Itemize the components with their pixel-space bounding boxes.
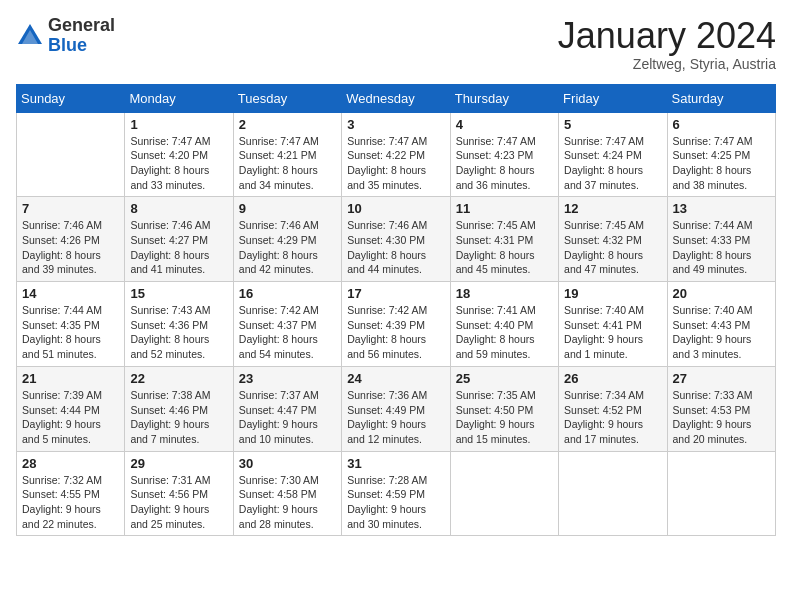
day-info: Sunrise: 7:39 AM Sunset: 4:44 PM Dayligh… xyxy=(22,388,119,447)
day-number: 1 xyxy=(130,117,227,132)
day-info: Sunrise: 7:45 AM Sunset: 4:31 PM Dayligh… xyxy=(456,218,553,277)
day-info: Sunrise: 7:47 AM Sunset: 4:23 PM Dayligh… xyxy=(456,134,553,193)
day-info: Sunrise: 7:47 AM Sunset: 4:24 PM Dayligh… xyxy=(564,134,661,193)
day-number: 25 xyxy=(456,371,553,386)
calendar-cell: 13Sunrise: 7:44 AM Sunset: 4:33 PM Dayli… xyxy=(667,197,775,282)
day-number: 26 xyxy=(564,371,661,386)
day-info: Sunrise: 7:36 AM Sunset: 4:49 PM Dayligh… xyxy=(347,388,444,447)
logo-text: General Blue xyxy=(48,16,115,56)
day-number: 20 xyxy=(673,286,770,301)
calendar-week-row: 21Sunrise: 7:39 AM Sunset: 4:44 PM Dayli… xyxy=(17,366,776,451)
day-info: Sunrise: 7:44 AM Sunset: 4:35 PM Dayligh… xyxy=(22,303,119,362)
calendar-header-row: SundayMondayTuesdayWednesdayThursdayFrid… xyxy=(17,84,776,112)
day-info: Sunrise: 7:34 AM Sunset: 4:52 PM Dayligh… xyxy=(564,388,661,447)
month-title: January 2024 xyxy=(558,16,776,56)
day-info: Sunrise: 7:38 AM Sunset: 4:46 PM Dayligh… xyxy=(130,388,227,447)
calendar-cell: 10Sunrise: 7:46 AM Sunset: 4:30 PM Dayli… xyxy=(342,197,450,282)
location: Zeltweg, Styria, Austria xyxy=(558,56,776,72)
calendar-cell: 18Sunrise: 7:41 AM Sunset: 4:40 PM Dayli… xyxy=(450,282,558,367)
title-block: January 2024 Zeltweg, Styria, Austria xyxy=(558,16,776,72)
day-number: 23 xyxy=(239,371,336,386)
calendar-cell: 3Sunrise: 7:47 AM Sunset: 4:22 PM Daylig… xyxy=(342,112,450,197)
day-number: 12 xyxy=(564,201,661,216)
calendar-week-row: 28Sunrise: 7:32 AM Sunset: 4:55 PM Dayli… xyxy=(17,451,776,536)
day-number: 10 xyxy=(347,201,444,216)
day-number: 3 xyxy=(347,117,444,132)
calendar-cell: 19Sunrise: 7:40 AM Sunset: 4:41 PM Dayli… xyxy=(559,282,667,367)
day-number: 17 xyxy=(347,286,444,301)
calendar-cell: 23Sunrise: 7:37 AM Sunset: 4:47 PM Dayli… xyxy=(233,366,341,451)
calendar-header-cell: Sunday xyxy=(17,84,125,112)
day-number: 30 xyxy=(239,456,336,471)
day-info: Sunrise: 7:46 AM Sunset: 4:29 PM Dayligh… xyxy=(239,218,336,277)
day-number: 24 xyxy=(347,371,444,386)
day-number: 16 xyxy=(239,286,336,301)
day-info: Sunrise: 7:30 AM Sunset: 4:58 PM Dayligh… xyxy=(239,473,336,532)
day-info: Sunrise: 7:45 AM Sunset: 4:32 PM Dayligh… xyxy=(564,218,661,277)
logo-icon xyxy=(16,22,44,50)
calendar-cell: 22Sunrise: 7:38 AM Sunset: 4:46 PM Dayli… xyxy=(125,366,233,451)
calendar-cell: 15Sunrise: 7:43 AM Sunset: 4:36 PM Dayli… xyxy=(125,282,233,367)
calendar-cell: 1Sunrise: 7:47 AM Sunset: 4:20 PM Daylig… xyxy=(125,112,233,197)
calendar-cell: 26Sunrise: 7:34 AM Sunset: 4:52 PM Dayli… xyxy=(559,366,667,451)
day-info: Sunrise: 7:33 AM Sunset: 4:53 PM Dayligh… xyxy=(673,388,770,447)
calendar-cell: 2Sunrise: 7:47 AM Sunset: 4:21 PM Daylig… xyxy=(233,112,341,197)
day-number: 28 xyxy=(22,456,119,471)
day-info: Sunrise: 7:37 AM Sunset: 4:47 PM Dayligh… xyxy=(239,388,336,447)
day-info: Sunrise: 7:43 AM Sunset: 4:36 PM Dayligh… xyxy=(130,303,227,362)
calendar-header-cell: Friday xyxy=(559,84,667,112)
day-number: 29 xyxy=(130,456,227,471)
day-number: 7 xyxy=(22,201,119,216)
day-info: Sunrise: 7:47 AM Sunset: 4:20 PM Dayligh… xyxy=(130,134,227,193)
calendar-cell: 25Sunrise: 7:35 AM Sunset: 4:50 PM Dayli… xyxy=(450,366,558,451)
day-info: Sunrise: 7:46 AM Sunset: 4:30 PM Dayligh… xyxy=(347,218,444,277)
day-number: 14 xyxy=(22,286,119,301)
day-info: Sunrise: 7:44 AM Sunset: 4:33 PM Dayligh… xyxy=(673,218,770,277)
day-number: 22 xyxy=(130,371,227,386)
calendar-cell: 27Sunrise: 7:33 AM Sunset: 4:53 PM Dayli… xyxy=(667,366,775,451)
calendar-cell: 29Sunrise: 7:31 AM Sunset: 4:56 PM Dayli… xyxy=(125,451,233,536)
calendar-header-cell: Thursday xyxy=(450,84,558,112)
logo: General Blue xyxy=(16,16,115,56)
day-info: Sunrise: 7:41 AM Sunset: 4:40 PM Dayligh… xyxy=(456,303,553,362)
calendar-cell: 7Sunrise: 7:46 AM Sunset: 4:26 PM Daylig… xyxy=(17,197,125,282)
calendar-cell xyxy=(450,451,558,536)
calendar-week-row: 1Sunrise: 7:47 AM Sunset: 4:20 PM Daylig… xyxy=(17,112,776,197)
day-info: Sunrise: 7:42 AM Sunset: 4:39 PM Dayligh… xyxy=(347,303,444,362)
day-info: Sunrise: 7:46 AM Sunset: 4:27 PM Dayligh… xyxy=(130,218,227,277)
calendar-table: SundayMondayTuesdayWednesdayThursdayFrid… xyxy=(16,84,776,537)
day-number: 18 xyxy=(456,286,553,301)
calendar-cell: 20Sunrise: 7:40 AM Sunset: 4:43 PM Dayli… xyxy=(667,282,775,367)
calendar-cell xyxy=(559,451,667,536)
day-number: 8 xyxy=(130,201,227,216)
calendar-header-cell: Tuesday xyxy=(233,84,341,112)
page-header: General Blue January 2024 Zeltweg, Styri… xyxy=(16,16,776,72)
calendar-cell: 30Sunrise: 7:30 AM Sunset: 4:58 PM Dayli… xyxy=(233,451,341,536)
calendar-cell: 24Sunrise: 7:36 AM Sunset: 4:49 PM Dayli… xyxy=(342,366,450,451)
calendar-cell: 31Sunrise: 7:28 AM Sunset: 4:59 PM Dayli… xyxy=(342,451,450,536)
calendar-cell: 21Sunrise: 7:39 AM Sunset: 4:44 PM Dayli… xyxy=(17,366,125,451)
day-info: Sunrise: 7:31 AM Sunset: 4:56 PM Dayligh… xyxy=(130,473,227,532)
day-number: 19 xyxy=(564,286,661,301)
day-info: Sunrise: 7:40 AM Sunset: 4:41 PM Dayligh… xyxy=(564,303,661,362)
day-number: 9 xyxy=(239,201,336,216)
calendar-cell: 12Sunrise: 7:45 AM Sunset: 4:32 PM Dayli… xyxy=(559,197,667,282)
calendar-cell xyxy=(667,451,775,536)
calendar-header-cell: Saturday xyxy=(667,84,775,112)
day-info: Sunrise: 7:42 AM Sunset: 4:37 PM Dayligh… xyxy=(239,303,336,362)
day-number: 31 xyxy=(347,456,444,471)
calendar-cell: 11Sunrise: 7:45 AM Sunset: 4:31 PM Dayli… xyxy=(450,197,558,282)
day-number: 21 xyxy=(22,371,119,386)
calendar-cell xyxy=(17,112,125,197)
day-number: 27 xyxy=(673,371,770,386)
day-info: Sunrise: 7:35 AM Sunset: 4:50 PM Dayligh… xyxy=(456,388,553,447)
day-number: 5 xyxy=(564,117,661,132)
day-info: Sunrise: 7:46 AM Sunset: 4:26 PM Dayligh… xyxy=(22,218,119,277)
day-number: 15 xyxy=(130,286,227,301)
calendar-cell: 8Sunrise: 7:46 AM Sunset: 4:27 PM Daylig… xyxy=(125,197,233,282)
calendar-cell: 17Sunrise: 7:42 AM Sunset: 4:39 PM Dayli… xyxy=(342,282,450,367)
day-info: Sunrise: 7:47 AM Sunset: 4:22 PM Dayligh… xyxy=(347,134,444,193)
day-info: Sunrise: 7:47 AM Sunset: 4:21 PM Dayligh… xyxy=(239,134,336,193)
day-info: Sunrise: 7:32 AM Sunset: 4:55 PM Dayligh… xyxy=(22,473,119,532)
calendar-cell: 28Sunrise: 7:32 AM Sunset: 4:55 PM Dayli… xyxy=(17,451,125,536)
